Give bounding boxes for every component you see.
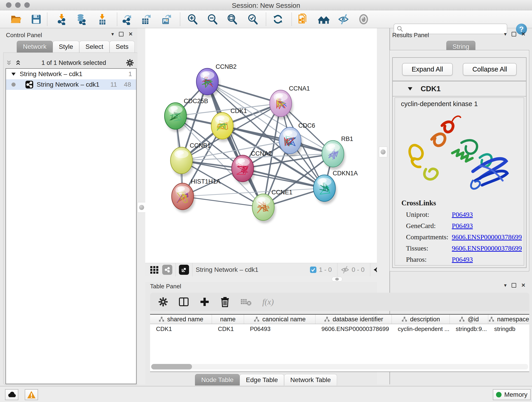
expand-all-chevron-icon[interactable] — [15, 59, 22, 66]
memory-button[interactable]: Memory — [493, 389, 531, 400]
column-header-shared-name[interactable]: shared name — [150, 315, 212, 324]
refresh-icon[interactable] — [272, 13, 284, 25]
result-entry-header[interactable]: CDK1 — [393, 81, 526, 96]
document-share-icon[interactable] — [297, 13, 309, 25]
gear-icon[interactable] — [158, 297, 168, 307]
table-horizontal-scrollbar[interactable] — [151, 364, 528, 370]
import-network-icon[interactable] — [56, 13, 68, 25]
tab-network-table[interactable]: Network Table — [284, 374, 337, 385]
right-splitter-handle[interactable] — [379, 147, 387, 157]
tissues-link[interactable]: 9606.ENSP00000378699 — [452, 244, 522, 252]
maximize-panel-icon[interactable] — [512, 283, 516, 288]
pharos-link[interactable]: P06493 — [452, 255, 473, 263]
tab-select[interactable]: Select — [79, 41, 109, 52]
tab-style[interactable]: Style — [53, 41, 79, 52]
houses-icon[interactable] — [318, 13, 329, 25]
gray-eye-icon[interactable] — [358, 13, 369, 25]
status-bar: Memory — [0, 386, 532, 402]
open-folder-icon[interactable] — [10, 13, 22, 25]
hidden-eye-icon[interactable] — [341, 265, 349, 274]
delete-table-icon[interactable] — [240, 297, 252, 306]
zoom-selected-icon[interactable] — [247, 13, 259, 25]
table-toolbar: f(x) — [150, 293, 529, 311]
export-table-icon[interactable] — [140, 13, 152, 25]
string-panel-toggle-icon[interactable] — [162, 265, 172, 275]
close-panel-icon[interactable]: ✕ — [521, 32, 525, 37]
network-graph[interactable]: CCNB2CCNA1CDC25BCDK1CDC6RB1CCNB1CCNA2CDK… — [145, 28, 388, 263]
maximize-panel-icon[interactable] — [119, 32, 123, 36]
tab-node-table[interactable]: Node Table — [195, 374, 240, 385]
svg-text:CDKN1A: CDKN1A — [333, 170, 358, 177]
crosslinks-title: CrossLinks — [401, 199, 524, 207]
compartments-link[interactable]: 9606.ENSP00000378699 — [452, 233, 522, 241]
search-icon — [396, 26, 403, 32]
tab-network[interactable]: Network — [17, 41, 53, 52]
column-header-database-identifier[interactable]: database identifier — [316, 315, 392, 324]
selected-checkbox-icon[interactable] — [310, 266, 317, 273]
trash-icon[interactable] — [220, 297, 230, 307]
zoom-out-icon[interactable] — [207, 13, 218, 25]
cloud-button[interactable] — [5, 389, 18, 400]
gear-icon[interactable] — [126, 59, 134, 67]
tree-expand-arrow-icon[interactable] — [11, 71, 16, 77]
scrollbar-thumb[interactable] — [151, 364, 192, 370]
expand-all-button[interactable]: Expand All — [402, 63, 453, 76]
columns-icon[interactable] — [178, 297, 189, 307]
table-row[interactable]: CDK1 CDK1 P06493 9606.ENSP00000378699 cy… — [150, 324, 529, 334]
column-header-name[interactable]: name — [212, 315, 244, 324]
column-header-namespace[interactable]: namespace — [488, 315, 529, 324]
float-panel-icon[interactable]: ▾ — [504, 283, 507, 288]
tab-sets[interactable]: Sets — [109, 41, 135, 52]
column-header-canonical-name[interactable]: canonical name — [244, 315, 316, 324]
svg-text:CCNB1: CCNB1 — [190, 142, 211, 149]
cell-canonical-name[interactable]: P06493 — [244, 324, 316, 334]
maximize-panel-icon[interactable] — [512, 32, 516, 36]
left-splitter-handle[interactable] — [138, 202, 146, 213]
toolbar-separator — [266, 13, 266, 26]
horizontal-splitter[interactable] — [145, 276, 388, 282]
tab-edge-table[interactable]: Edge Table — [240, 374, 284, 385]
network-canvas[interactable]: CCNB2CCNA1CDC25BCDK1CDC6RB1CCNB1CCNA2CDK… — [145, 28, 388, 263]
network-tree-selected-row[interactable]: String Network – cdk1 11 48 — [6, 79, 136, 90]
uniprot-link[interactable]: P06493 — [452, 211, 473, 218]
cell-name[interactable]: CDK1 — [212, 324, 244, 334]
column-header-id[interactable]: @id — [450, 315, 488, 324]
network-collection-label: String Network – cdk1 — [20, 70, 128, 78]
collapse-all-button[interactable]: Collapse All — [463, 63, 517, 76]
cell-database-identifier[interactable]: 9606.ENSP00000378699 — [316, 324, 392, 334]
results-panel-title: Results Panel — [392, 32, 429, 39]
cell-description[interactable]: cyclin-dependent ... — [392, 324, 450, 334]
cell-shared-name[interactable]: CDK1 — [150, 324, 212, 334]
cell-id[interactable]: stringdb:9... — [450, 324, 488, 334]
genecard-link[interactable]: P06493 — [452, 222, 473, 230]
save-icon[interactable] — [31, 13, 42, 25]
collapse-entry-arrow-icon[interactable] — [407, 86, 413, 91]
result-entry-body: cyclin-dependent kinase 1 CrossLinks Uni… — [394, 97, 524, 266]
add-icon[interactable] — [200, 297, 210, 307]
hide-eye-icon[interactable] — [338, 13, 349, 25]
float-panel-icon[interactable]: ▾ — [504, 32, 507, 37]
zoom-in-icon[interactable] — [187, 13, 198, 25]
export-network-icon[interactable] — [121, 13, 133, 25]
toolbar-separator — [47, 13, 47, 26]
network-view-title: String Network – cdk1 — [196, 266, 259, 274]
network-tree-root-row[interactable]: String Network – cdk1 1 — [6, 69, 136, 79]
float-panel-icon[interactable]: ▾ — [111, 32, 114, 37]
function-icon[interactable]: f(x) — [262, 297, 274, 307]
open-view-icon[interactable] — [179, 265, 189, 275]
horizontal-splitter-handle[interactable] — [332, 277, 342, 281]
birdseye-grid-icon[interactable] — [149, 265, 159, 275]
collapse-all-chevron-icon[interactable] — [6, 59, 12, 66]
cell-namespace[interactable]: stringdb — [488, 324, 529, 334]
column-header-description[interactable]: description — [392, 315, 450, 324]
toolbar-separator — [180, 13, 180, 26]
warning-button[interactable] — [25, 389, 38, 400]
close-panel-icon[interactable]: ✕ — [128, 32, 133, 37]
import-table-icon[interactable] — [97, 13, 108, 25]
zoom-fit-icon[interactable] — [226, 13, 238, 25]
export-image-icon[interactable] — [160, 13, 172, 25]
network-column-icon — [158, 316, 165, 322]
import-database-icon[interactable] — [76, 13, 87, 25]
svg-text:CCNE1: CCNE1 — [272, 189, 293, 196]
close-panel-icon[interactable]: ✕ — [521, 283, 525, 288]
